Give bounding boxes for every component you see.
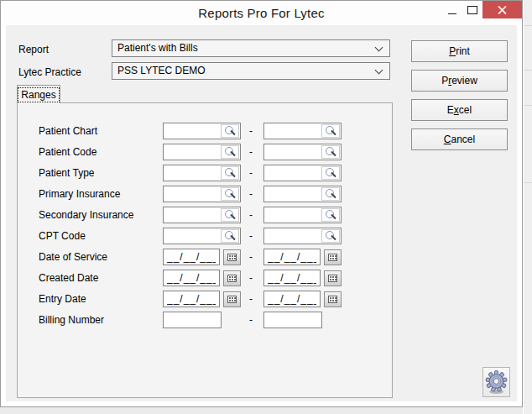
created-date-to-calendar-button[interactable] — [324, 270, 342, 286]
row-label-date-of-service: Date of Service — [39, 249, 107, 265]
range-separator: - — [243, 186, 259, 202]
primary-insurance-from-input[interactable] — [164, 186, 221, 202]
patient-type-from-group — [163, 165, 241, 181]
range-row-cpt-code: CPT Code- — [18, 228, 392, 244]
row-label-patient-type: Patient Type — [39, 165, 95, 181]
patient-type-from-input[interactable] — [164, 165, 221, 181]
preview-button[interactable]: Preview — [411, 70, 508, 92]
report-label: Report — [18, 43, 49, 56]
secondary-insurance-to-lookup-button[interactable] — [321, 208, 340, 222]
patient-chart-from-input[interactable] — [164, 123, 221, 139]
created-date-to-input[interactable] — [263, 270, 321, 286]
primary-insurance-to-lookup-button[interactable] — [321, 187, 340, 201]
row-label-secondary-insurance: Secondary Insurance — [39, 207, 133, 223]
range-separator: - — [243, 249, 259, 265]
minimize-icon — [448, 13, 456, 14]
row-label-primary-insurance: Primary Insurance — [39, 186, 120, 202]
range-row-primary-insurance: Primary Insurance- — [18, 186, 392, 202]
primary-insurance-to-input[interactable] — [264, 186, 321, 202]
range-row-billing-number: Billing Number- — [18, 312, 392, 328]
row-label-patient-code: Patient Code — [39, 144, 96, 160]
patient-code-to-input[interactable] — [264, 144, 321, 160]
primary-insurance-to-group — [263, 186, 342, 202]
maximize-icon — [467, 6, 477, 14]
calendar-icon — [328, 254, 337, 261]
report-dropdown[interactable]: Patient's with Bills — [112, 39, 390, 57]
cpt-code-from-lookup-button[interactable] — [221, 229, 239, 243]
patient-code-to-group — [263, 144, 342, 160]
magnifier-handle-icon — [230, 130, 235, 135]
entry-date-from-calendar-button[interactable] — [223, 291, 241, 307]
entry-date-to-calendar-button[interactable] — [324, 291, 342, 307]
date-of-service-from-input[interactable] — [163, 249, 220, 265]
patient-chart-from-lookup-button[interactable] — [221, 124, 239, 138]
date-of-service-to-input[interactable] — [263, 249, 321, 265]
practice-dropdown[interactable]: PSS LYTEC DEMO — [112, 62, 390, 80]
maximize-button[interactable] — [462, 1, 482, 18]
magnifier-handle-icon — [230, 151, 235, 156]
secondary-insurance-from-lookup-button[interactable] — [221, 208, 239, 222]
magnifier-handle-icon — [331, 235, 336, 240]
billing-number-to-input[interactable] — [263, 312, 322, 328]
patient-type-to-input[interactable] — [264, 165, 321, 181]
magnifier-handle-icon — [331, 130, 336, 135]
cancel-button[interactable]: Cancel — [411, 128, 508, 150]
patient-type-to-lookup-button[interactable] — [321, 166, 340, 180]
settings-button[interactable] — [482, 367, 510, 397]
report-dropdown-value: Patient's with Bills — [117, 42, 198, 54]
row-label-entry-date: Entry Date — [39, 291, 86, 307]
reports-pro-dialog: Reports Pro For Lytec Report Patient's w… — [0, 0, 523, 407]
date-of-service-to-calendar-button[interactable] — [324, 249, 342, 265]
date-of-service-from-calendar-button[interactable] — [223, 249, 241, 265]
cpt-code-from-group — [163, 228, 241, 244]
cpt-code-to-input[interactable] — [264, 228, 321, 244]
range-separator: - — [243, 165, 259, 181]
patient-chart-to-lookup-button[interactable] — [321, 124, 340, 138]
patient-chart-to-group — [263, 123, 342, 139]
patient-chart-to-input[interactable] — [264, 123, 321, 139]
tab-ranges-label: Ranges — [19, 89, 57, 101]
calendar-icon — [328, 296, 337, 303]
print-button[interactable]: Print — [411, 40, 508, 62]
ranges-panel: Patient Chart-Patient Code-Patient Type-… — [17, 102, 393, 398]
close-icon — [498, 6, 507, 14]
billing-number-from-input[interactable] — [163, 312, 222, 328]
chevron-down-icon — [375, 44, 383, 52]
range-separator: - — [243, 291, 259, 307]
patient-type-from-lookup-button[interactable] — [221, 166, 239, 180]
range-row-secondary-insurance: Secondary Insurance- — [18, 207, 392, 223]
magnifier-handle-icon — [331, 214, 336, 219]
dialog-client-area: Report Patient's with Bills Lytec Practi… — [6, 25, 517, 401]
created-date-from-input[interactable] — [163, 270, 220, 286]
magnifier-handle-icon — [230, 235, 235, 240]
background-window-edge — [523, 0, 532, 414]
magnifier-handle-icon — [230, 193, 235, 198]
primary-insurance-from-group — [163, 186, 241, 202]
range-separator: - — [243, 312, 259, 328]
excel-button[interactable]: Excel — [411, 99, 508, 121]
entry-date-from-input[interactable] — [163, 291, 220, 307]
cpt-code-from-input[interactable] — [164, 228, 221, 244]
patient-code-from-lookup-button[interactable] — [221, 145, 239, 159]
calendar-icon — [227, 254, 237, 261]
tab-ranges[interactable]: Ranges — [17, 85, 60, 103]
secondary-insurance-to-group — [263, 207, 342, 223]
entry-date-to-input[interactable] — [263, 291, 321, 307]
secondary-insurance-to-input[interactable] — [264, 207, 321, 223]
magnifier-handle-icon — [331, 172, 336, 177]
patient-code-to-lookup-button[interactable] — [321, 145, 340, 159]
magnifier-handle-icon — [230, 214, 235, 219]
row-label-cpt-code: CPT Code — [39, 228, 86, 244]
cpt-code-to-lookup-button[interactable] — [321, 229, 340, 243]
patient-code-from-input[interactable] — [164, 144, 221, 160]
created-date-from-calendar-button[interactable] — [223, 270, 241, 286]
practice-label: Lytec Practice — [18, 66, 81, 79]
primary-insurance-from-lookup-button[interactable] — [221, 187, 239, 201]
patient-type-to-group — [263, 165, 342, 181]
row-label-created-date: Created Date — [39, 270, 98, 286]
minimize-button[interactable] — [442, 1, 462, 18]
row-label-patient-chart: Patient Chart — [39, 123, 97, 139]
close-button[interactable] — [482, 1, 522, 18]
titlebar[interactable]: Reports Pro For Lytec — [1, 1, 522, 25]
secondary-insurance-from-input[interactable] — [164, 207, 221, 223]
